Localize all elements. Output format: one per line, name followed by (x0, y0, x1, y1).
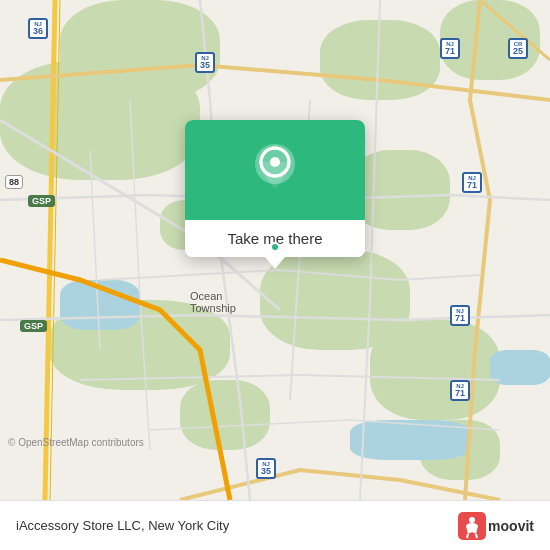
popup-header (185, 120, 365, 220)
road-badge-nj71-lower: NJ71 (450, 305, 470, 326)
moovit-icon (458, 512, 486, 540)
bottom-bar: iAccessory Store LLC, New York City moov… (0, 500, 550, 550)
road-badge-nj71-mid: NJ71 (462, 172, 482, 193)
location-name: iAccessory Store LLC, New York City (16, 518, 229, 533)
road-badge-gsp1: GSP (28, 195, 55, 207)
bottom-info: iAccessory Store LLC, New York City (16, 518, 229, 533)
ocean-township-label: OceanTownship (190, 290, 236, 314)
popup-card: Take me there (185, 120, 365, 257)
svg-point-5 (469, 517, 475, 523)
road-badge-nj36: NJ36 (28, 18, 48, 39)
road-badge-cr25: CR25 (508, 38, 528, 59)
map-attribution: © OpenStreetMap contributors (8, 437, 144, 448)
location-pin-icon (251, 142, 299, 198)
road-badge-nj71-bottom: NJ71 (450, 380, 470, 401)
road-badge-nj35-top: NJ35 (195, 52, 215, 73)
road-badge-nj35-bottom: NJ35 (256, 458, 276, 479)
moovit-logo: moovit (458, 512, 534, 540)
road-badge-88: 88 (5, 175, 23, 189)
map-container: OceanTownship NJ36 NJ35 NJ35 NJ71 NJ71 N… (0, 0, 550, 500)
road-badge-nj71-top: NJ71 (440, 38, 460, 59)
road-badge-gsp2: GSP (20, 320, 47, 332)
map-pin-point (270, 242, 280, 252)
moovit-label: moovit (488, 518, 534, 534)
